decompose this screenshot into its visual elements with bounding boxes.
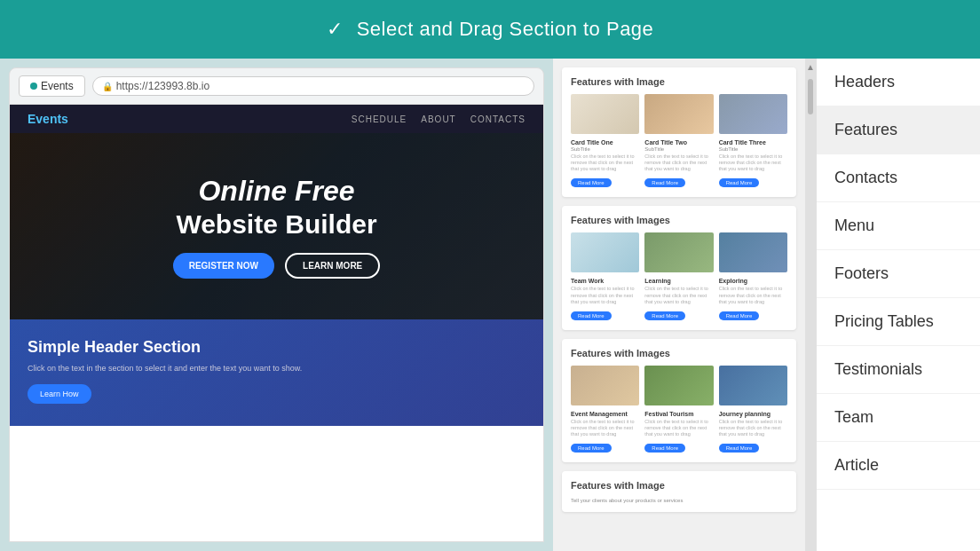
card-col-title: Journey planning	[719, 411, 787, 417]
card-labels: Team Work Click on the text to select it…	[571, 278, 787, 320]
top-bar: ✓ Select and Drag Section to Page	[0, 0, 980, 59]
card-col-sub: SubTitle	[571, 146, 639, 152]
section-card[interactable]: Features with Images Event Management Cl…	[562, 339, 796, 462]
nav-about[interactable]: ABOUT	[421, 114, 455, 124]
card-column: Journey planning Click on the text to se…	[719, 411, 787, 453]
tab-label: Events	[41, 80, 74, 92]
hero-title-line1: Online Free	[176, 174, 376, 208]
sidebar-item-article[interactable]: Article	[817, 442, 980, 490]
card-col-title: Event Management	[571, 411, 639, 417]
hero-title-line2: Website Builder	[176, 209, 376, 240]
read-more-button[interactable]: Read More	[571, 178, 612, 187]
card-col-title: Card Title Two	[644, 139, 713, 146]
section-card[interactable]: Features with Image Card Title One SubTi…	[562, 67, 796, 197]
card-col-title: Exploring	[719, 278, 787, 284]
team-image	[719, 94, 787, 134]
card-images	[571, 94, 787, 134]
read-more-button[interactable]: Read More	[571, 311, 612, 320]
read-more-button[interactable]: Read More	[644, 178, 685, 187]
section-card-title: Features with Images	[571, 348, 787, 358]
browser-body: Events SCHEDULE ABOUT CONTACTS Online Fr…	[9, 105, 544, 542]
nav-schedule[interactable]: SCHEDULE	[352, 114, 407, 124]
learn-more-button[interactable]: LEARN MORE	[285, 253, 380, 279]
register-now-button[interactable]: REGISTER NOW	[173, 253, 274, 279]
browser-tab[interactable]: Events	[19, 75, 85, 97]
check-icon: ✓	[327, 18, 343, 41]
card-image	[571, 94, 639, 134]
nav-contacts[interactable]: CONTACTS	[470, 114, 526, 124]
read-more-button[interactable]: Read More	[719, 311, 760, 320]
festival-image	[644, 366, 713, 405]
card-col-title: Card Title Three	[719, 139, 787, 146]
card-column: Learning Click on the text to select it …	[644, 278, 713, 320]
sidebar-item-headers[interactable]: Headers	[817, 59, 980, 106]
site-nav: Events SCHEDULE ABOUT CONTACTS	[10, 105, 543, 133]
card-column: Card Title Two SubTitle Click on the tex…	[644, 139, 713, 188]
section-card-title: Features with Image	[571, 76, 787, 87]
card-image	[719, 232, 787, 272]
browser-panel: Events 🔒 https://123993.8b.io Events SCH…	[0, 59, 553, 551]
card-col-title: Card Title One	[571, 139, 639, 146]
card-image	[571, 232, 639, 272]
card-column: Event Management Click on the text to se…	[571, 411, 639, 453]
card-column: Exploring Click on the text to select it…	[719, 278, 787, 320]
nav-links: SCHEDULE ABOUT CONTACTS	[352, 114, 526, 124]
sidebar-item-contacts[interactable]: Contacts	[817, 154, 980, 202]
lock-icon: 🔒	[102, 82, 113, 91]
address-bar[interactable]: 🔒 https://123993.8b.io	[92, 76, 534, 96]
tab-dot	[30, 83, 37, 90]
logo-text: Events	[28, 112, 68, 126]
sidebar-item-testimonials[interactable]: Testimonials	[817, 346, 980, 394]
read-more-button[interactable]: Read More	[644, 444, 685, 453]
scroll-up-arrow[interactable]: ▲	[806, 62, 815, 72]
card-col-title: Learning	[644, 278, 713, 284]
sections-panel[interactable]: Features with Image Card Title One SubTi…	[553, 59, 805, 551]
card-col-title: Festival Tourism	[644, 411, 713, 417]
card-images	[571, 232, 787, 272]
section-card[interactable]: Features with ImageTell your clients abo…	[562, 471, 796, 512]
card-col-sub: Tell your clients about your products or…	[571, 498, 787, 503]
sea-image	[719, 232, 787, 272]
office-image	[571, 94, 639, 134]
card-image	[644, 94, 713, 134]
hero-buttons: REGISTER NOW LEARN MORE	[173, 253, 381, 279]
scroll-thumb	[808, 79, 813, 114]
hero-section: Online Free Website Builder REGISTER NOW…	[10, 133, 543, 319]
section-card[interactable]: Features with Images Team Work Click on …	[562, 206, 796, 329]
card-col-text: Click on the text to select it to remove…	[571, 419, 639, 437]
sidebar-item-menu[interactable]: Menu	[817, 202, 980, 250]
read-more-button[interactable]: Read More	[644, 311, 685, 320]
section2-text: Click on the text in the section to sele…	[28, 363, 526, 375]
workspace-image	[644, 94, 713, 134]
sidebar-item-team[interactable]: Team	[817, 394, 980, 442]
card-col-text: Click on the text to select it to remove…	[644, 153, 713, 172]
learn-how-button[interactable]: Learn How	[28, 384, 91, 404]
section-card-title: Features with Image	[571, 480, 787, 491]
scroll-indicator: ▲	[805, 59, 816, 551]
card-image	[719, 94, 787, 134]
card-col-text: Click on the text to select it to remove…	[644, 419, 713, 437]
card-labels: Event Management Click on the text to se…	[571, 411, 787, 453]
sidebar-item-features[interactable]: Features	[817, 106, 980, 154]
event-image	[571, 366, 639, 405]
sidebar-item-footers[interactable]: Footers	[817, 250, 980, 298]
journey-image	[719, 366, 787, 405]
plants-image	[644, 232, 713, 272]
card-col-text: Click on the text to select it to remove…	[719, 153, 787, 172]
read-more-button[interactable]: Read More	[719, 178, 760, 187]
sidebar-item-pricing-tables[interactable]: Pricing Tables	[817, 298, 980, 346]
card-image	[571, 366, 639, 405]
main-content: Events 🔒 https://123993.8b.io Events SCH…	[0, 59, 980, 551]
card-col-sub: SubTitle	[719, 146, 787, 152]
card-col-text: Click on the text to select it to remove…	[571, 286, 639, 304]
card-column: Team Work Click on the text to select it…	[571, 278, 639, 320]
card-images	[571, 366, 787, 405]
card-column: Festival Tourism Click on the text to se…	[644, 411, 713, 453]
blue-section: Simple Header Section Click on the text …	[10, 319, 543, 426]
read-more-button[interactable]: Read More	[571, 444, 612, 453]
card-image	[644, 232, 713, 272]
card-col-text: Click on the text to select it to remove…	[571, 153, 639, 172]
card-col-text: Click on the text to select it to remove…	[719, 286, 787, 304]
card-col-title: Team Work	[571, 278, 639, 284]
read-more-button[interactable]: Read More	[719, 444, 760, 453]
